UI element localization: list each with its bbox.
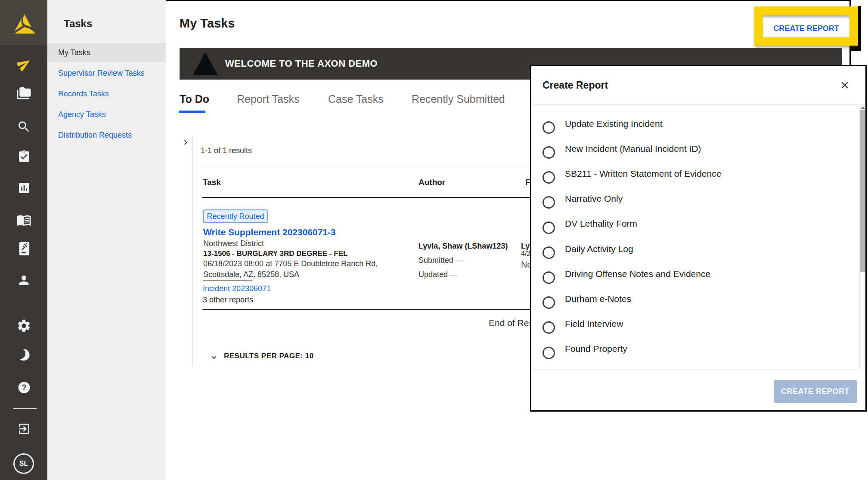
svg-text:?: ?: [22, 383, 26, 392]
